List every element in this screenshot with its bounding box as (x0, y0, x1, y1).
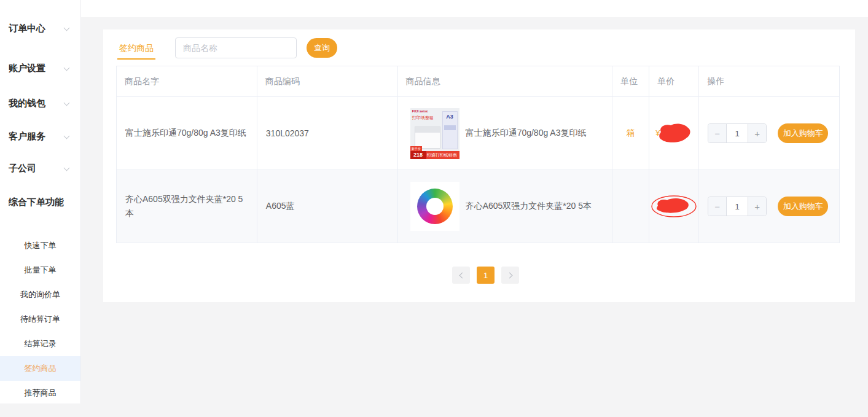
sidebar-group-label: 子公司 (9, 163, 36, 174)
sidebar-group-order-center[interactable]: 订单中心 (9, 23, 69, 34)
chevron-down-icon (64, 25, 70, 31)
image-price-badge: 218 (410, 151, 426, 159)
col-header-unit-price: 单价 (649, 66, 699, 97)
col-header-product-name: 商品名字 (117, 66, 257, 97)
actions-cell: − 1 + 加入购物车 (699, 97, 840, 170)
colorwheel-swirl (417, 189, 453, 224)
query-button[interactable]: 查询 (307, 38, 337, 58)
chevron-left-icon (459, 272, 465, 278)
product-image-fuji-xerox-paper: FUJI xerox 打印纸整箱 A3 新手价 印通打印纸特惠 218 (410, 108, 459, 159)
add-to-cart-button[interactable]: 加入购物车 (778, 197, 828, 216)
table-row: 富士施乐印通70g/80g A3复印纸 310L02037 FUJI xerox… (117, 97, 840, 170)
sidebar-group-label: 客户服务 (9, 131, 45, 142)
unit-cell (612, 170, 649, 243)
price-redaction-scribble (651, 192, 697, 220)
product-image-colorwheel (410, 182, 459, 231)
table-row: 齐心A605双强力文件夹蓝*20 5本 A605蓝 齐心A605双强力文件夹蓝*… (117, 170, 840, 243)
image-paper-box (415, 127, 440, 149)
chevron-down-icon (64, 100, 70, 106)
sidebar-group-my-wallet[interactable]: 我的钱包 (9, 98, 69, 109)
product-name-cell: 富士施乐印通70g/80g A3复印纸 (117, 97, 257, 170)
image-tag-text: 打印纸整箱 (412, 115, 434, 121)
sidebar-group-combined-ordering[interactable]: 综合下单功能 (9, 197, 77, 208)
products-table: 商品名字 商品编码 商品信息 单位 单价 操作 富士施乐印通70g/80g A3… (116, 66, 840, 243)
chevron-down-icon (64, 65, 70, 71)
chevron-down-icon (64, 133, 70, 139)
sidebar-group-subsidiary[interactable]: 子公司 (9, 163, 69, 174)
product-info-cell: FUJI xerox 打印纸整箱 A3 新手价 印通打印纸特惠 218 富士施乐… (398, 97, 613, 170)
sidebar-group-label: 综合下单功能 (9, 197, 64, 208)
product-name-cell: 齐心A605双强力文件夹蓝*20 5本 (117, 170, 257, 243)
chevron-down-icon (64, 165, 70, 171)
col-header-product-code: 商品编码 (257, 66, 398, 97)
sidebar-group-label: 我的钱包 (9, 98, 45, 109)
sidebar-item-recommended-products[interactable]: 推荐商品 (0, 381, 80, 405)
actions-cell: − 1 + 加入购物车 (699, 170, 840, 243)
quantity-value[interactable]: 1 (727, 124, 748, 142)
sidebar-item-pending-settlement[interactable]: 待结算订单 (0, 307, 80, 332)
content-card: 签约商品 查询 商品名字 商品编码 商品信息 单位 单价 操作 富士施乐印通70… (103, 29, 855, 302)
pagination-next-button[interactable] (501, 267, 519, 284)
sidebar-group-customer-service[interactable]: 客户服务 (9, 131, 69, 142)
price-cell: ¥ (649, 97, 699, 170)
col-header-actions: 操作 (699, 66, 840, 97)
pagination-page-1[interactable]: 1 (477, 267, 495, 284)
sidebar-item-contract-products[interactable]: 签约商品 (0, 356, 80, 381)
sidebar-item-settlement-records[interactable]: 结算记录 (0, 332, 80, 356)
price-redaction-scribble (655, 122, 692, 145)
product-info-text: 富士施乐印通70g/80g A3复印纸 (466, 128, 587, 139)
tab-contract-products[interactable]: 签约商品 (117, 39, 155, 60)
sidebar-group-account-settings[interactable]: 账户设置 (9, 63, 69, 74)
quantity-increase-button[interactable]: + (748, 197, 766, 216)
quantity-stepper: − 1 + (708, 197, 767, 216)
image-size-label: A3 (443, 114, 457, 120)
quantity-increase-button[interactable]: + (748, 124, 766, 142)
quantity-decrease-button[interactable]: − (708, 197, 727, 216)
quantity-value[interactable]: 1 (727, 197, 748, 216)
image-a3-pack: A3 (442, 111, 458, 149)
pagination-prev-button[interactable] (452, 267, 470, 284)
product-code-cell: 310L02037 (257, 97, 398, 170)
add-to-cart-button[interactable]: 加入购物车 (778, 123, 828, 143)
top-band (0, 0, 868, 17)
sidebar-item-quick-order[interactable]: 快速下单 (0, 233, 80, 258)
quantity-decrease-button[interactable]: − (708, 124, 727, 142)
col-header-product-info: 商品信息 (398, 66, 613, 97)
sidebar-item-my-inquiries[interactable]: 我的询价单 (0, 283, 80, 307)
search-input[interactable] (175, 37, 297, 58)
image-corner-tag: 新手价 (410, 146, 422, 151)
image-brand-text: FUJI xerox (412, 109, 428, 113)
price-cell (649, 170, 699, 243)
pagination: 1 (452, 267, 519, 284)
col-header-unit: 单位 (612, 66, 649, 97)
sidebar-group-label: 账户设置 (9, 63, 45, 74)
chevron-right-icon (506, 272, 512, 278)
product-info-cell: 齐心A605双强力文件夹蓝*20 5本 (398, 170, 613, 243)
sidebar-item-batch-order[interactable]: 批量下单 (0, 258, 80, 283)
product-info-text: 齐心A605双强力文件夹蓝*20 5本 (466, 201, 592, 212)
quantity-stepper: − 1 + (708, 123, 767, 143)
sidebar: 订单中心 账户设置 我的钱包 客户服务 子公司 综合下单功能 快速下单 批量下单… (0, 0, 81, 403)
table-header-row: 商品名字 商品编码 商品信息 单位 单价 操作 (117, 66, 840, 97)
sidebar-group-label: 订单中心 (9, 23, 45, 34)
product-code-cell: A605蓝 (257, 170, 398, 243)
unit-cell: 箱 (612, 97, 649, 170)
